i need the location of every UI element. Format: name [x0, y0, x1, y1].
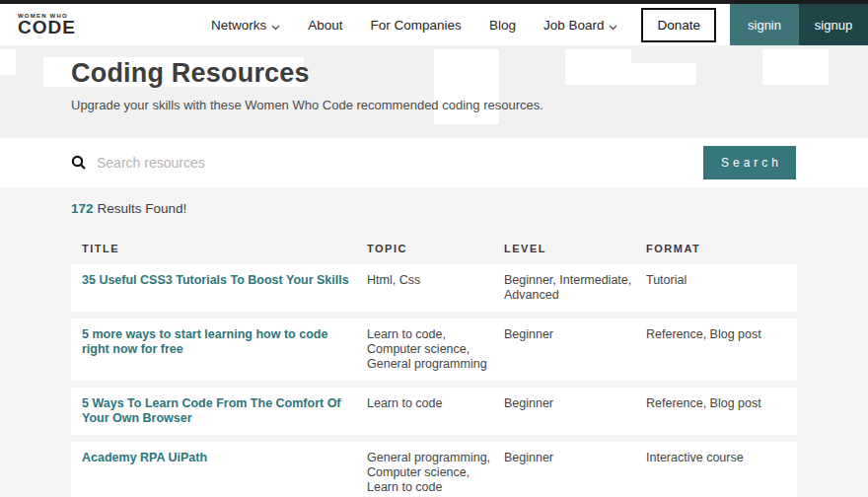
resource-topic-cell: Html, Css — [367, 273, 504, 303]
resource-topic-cell: General programming, Computer science, L… — [367, 451, 504, 495]
nav-item-networks[interactable]: Networks — [211, 17, 280, 34]
resource-format-cell: Tutorial — [646, 273, 797, 303]
resource-topic-cell: Learn to code — [367, 396, 504, 426]
nav-item-for-companies[interactable]: For Companies — [371, 18, 462, 33]
signin-button[interactable]: signin — [730, 4, 799, 45]
table-row: 35 Useful CSS3 Tutorials To Boost Your S… — [71, 264, 797, 312]
resource-title-link[interactable]: 5 Ways To Learn Code From The Comfort Of… — [82, 396, 341, 425]
page-title: Coding Resources — [71, 58, 797, 89]
resource-title-link[interactable]: Academy RPA UiPath — [82, 451, 207, 464]
table-row: Academy RPA UiPath General programming, … — [71, 442, 797, 497]
wwcode-logo[interactable]: WOMEN WHO CODE — [18, 4, 76, 45]
logo-text-main: CODE — [18, 19, 76, 36]
resource-level-cell: Beginner — [504, 327, 646, 372]
column-header-level: LEVEL — [504, 243, 646, 254]
nav-menu: Networks About For Companies Blog Job Bo… — [211, 4, 617, 45]
table-row: 5 more ways to start learning how to cod… — [71, 319, 797, 381]
page-subtitle: Upgrade your skills with these Women Who… — [71, 98, 797, 112]
results-count: 172Results Found! — [71, 187, 797, 216]
search-bar: Search — [0, 138, 868, 187]
nav-item-about[interactable]: About — [308, 18, 342, 33]
resource-title-cell: 5 more ways to start learning how to cod… — [71, 327, 367, 372]
table-header-row: TITLE TOPIC LEVEL FORMAT — [71, 243, 797, 254]
column-header-format: FORMAT — [646, 243, 797, 254]
resource-topic-cell: Learn to code, Computer science, General… — [367, 327, 504, 372]
search-button[interactable]: Search — [703, 146, 796, 179]
nav-item-label: Blog — [489, 18, 516, 33]
resource-title-cell: 35 Useful CSS3 Tutorials To Boost Your S… — [71, 273, 367, 303]
resource-level-cell: Beginner — [504, 451, 646, 495]
nav-item-job-board[interactable]: Job Board — [543, 17, 618, 34]
resource-level-cell: Beginner, Intermediate, Advanced — [504, 273, 646, 303]
chevron-down-icon — [609, 19, 617, 34]
chevron-down-icon — [271, 19, 280, 34]
resource-title-link[interactable]: 35 Useful CSS3 Tutorials To Boost Your S… — [82, 273, 349, 287]
results-table: 35 Useful CSS3 Tutorials To Boost Your S… — [71, 264, 797, 497]
resource-title-link[interactable]: 5 more ways to start learning how to cod… — [82, 327, 327, 356]
results-section: 172Results Found! TITLE TOPIC LEVEL FORM… — [0, 187, 868, 497]
results-count-number: 172 — [71, 201, 94, 216]
resource-format-cell: Interactive course — [646, 451, 797, 495]
search-input[interactable] — [97, 155, 703, 171]
navbar: WOMEN WHO CODE Networks About For Compan… — [0, 4, 868, 45]
resource-title-cell: 5 Ways To Learn Code From The Comfort Of… — [71, 396, 367, 426]
resource-title-cell: Academy RPA UiPath — [71, 451, 367, 495]
nav-item-label: About — [308, 18, 342, 33]
resource-level-cell: Beginner — [504, 396, 646, 426]
nav-item-label: Job Board — [543, 18, 605, 33]
signup-button[interactable]: signup — [799, 4, 868, 45]
nav-item-label: Networks — [211, 18, 266, 33]
column-header-topic: TOPIC — [367, 243, 504, 254]
donate-button[interactable]: Donate — [641, 8, 716, 42]
resource-format-cell: Reference, Blog post — [646, 327, 797, 372]
search-icon — [71, 155, 87, 171]
hero-section: Coding Resources Upgrade your skills wit… — [0, 45, 868, 138]
nav-item-blog[interactable]: Blog — [489, 18, 516, 33]
column-header-title: TITLE — [71, 243, 367, 254]
results-count-label: Results Found! — [98, 201, 187, 216]
table-row: 5 Ways To Learn Code From The Comfort Of… — [71, 388, 797, 435]
resource-format-cell: Reference, Blog post — [646, 396, 797, 426]
nav-item-label: For Companies — [371, 18, 462, 33]
